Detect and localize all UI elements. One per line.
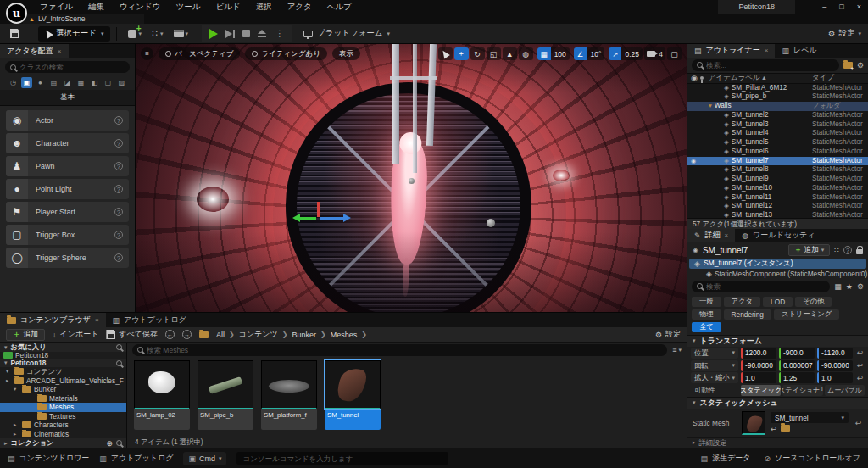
mobility-option[interactable]: ステイショナリ bbox=[782, 385, 822, 396]
rotation-y-field[interactable]: 0.000007 bbox=[779, 360, 815, 371]
location-z-field[interactable]: -1120.0 bbox=[817, 348, 853, 359]
folder-tree-item[interactable]: ▸ Cinematics bbox=[0, 430, 126, 439]
content-browser-settings[interactable]: ⚙ 設定 bbox=[655, 329, 681, 340]
menu-item[interactable]: アクタ bbox=[280, 0, 320, 14]
filter-chip[interactable]: LOD bbox=[763, 297, 793, 307]
filter-chip[interactable]: Rendering bbox=[724, 309, 771, 320]
component-child-row[interactable]: ◈ StaticMeshComponent (StaticMeshCompone… bbox=[687, 269, 868, 279]
breadcrumb-item[interactable]: All bbox=[216, 331, 225, 339]
world-local-toggle[interactable]: ◍ bbox=[519, 47, 533, 60]
category-icon[interactable]: ◷ bbox=[8, 77, 19, 88]
use-selected-asset-icon[interactable]: ↩ bbox=[771, 425, 776, 433]
add-asset-button[interactable]: ＋追加 bbox=[6, 329, 45, 341]
expand-icon[interactable]: ▸ bbox=[14, 421, 19, 428]
menu-item[interactable]: ヘルプ bbox=[320, 0, 359, 14]
mobility-option[interactable]: ムーバブル bbox=[825, 385, 865, 396]
asset-tile[interactable]: SM_lamp_02 bbox=[134, 360, 190, 430]
tab-details[interactable]: ✎ 詳細 × bbox=[687, 229, 735, 242]
rotate-tool-button[interactable]: ↻ bbox=[470, 47, 485, 60]
tab-output-log[interactable]: ▥ アウトプットログ bbox=[106, 313, 193, 327]
cmd-dropdown[interactable]: ▣ Cmd ▾ bbox=[183, 452, 226, 465]
asset-search-field[interactable] bbox=[132, 344, 667, 356]
outliner-settings-gear-icon[interactable]: ⚙ bbox=[857, 61, 864, 70]
scale-dropdown[interactable]: 拡大・縮小▾ bbox=[691, 372, 738, 383]
advanced-settings-expander[interactable]: ▸ 詳細設定 bbox=[687, 437, 868, 448]
expand-icon[interactable]: ▸ bbox=[14, 431, 19, 437]
grid-snap-icon[interactable]: ▦ bbox=[537, 47, 551, 60]
move-tool-button[interactable]: ＋ bbox=[454, 47, 469, 60]
expand-icon[interactable]: ▾ bbox=[14, 386, 19, 393]
asset-search-input[interactable] bbox=[147, 346, 662, 354]
help-icon[interactable]: ? bbox=[114, 185, 123, 193]
camera-speed-control[interactable]: 4 bbox=[644, 47, 665, 60]
tab-world-settings[interactable]: ◍ ワールドセッティ... bbox=[735, 229, 828, 242]
content-drawer-button[interactable]: ▤ コンテンツドロワー bbox=[8, 453, 89, 464]
pin-column-icon[interactable] bbox=[700, 76, 704, 80]
tab-place-actors[interactable]: アクタを配置 × bbox=[0, 44, 69, 58]
perspective-dropdown[interactable]: パースペクティブ bbox=[159, 47, 240, 60]
rotation-snap-icon[interactable]: ∠ bbox=[574, 47, 587, 60]
level-tab[interactable]: ▲ LV_IntroScene bbox=[23, 14, 144, 24]
asset-tile[interactable]: SM_pipe_b bbox=[198, 360, 253, 430]
outliner-row[interactable]: ◈ SM_tunnel6 StaticMeshActor bbox=[687, 148, 868, 157]
category-icon[interactable]: ▣ bbox=[21, 77, 32, 88]
folder-tree-item[interactable]: ▾ コンテンツ bbox=[0, 367, 126, 376]
close-button[interactable]: × bbox=[857, 3, 861, 11]
gizmo-y-axis[interactable] bbox=[296, 217, 316, 220]
folder-tree-item[interactable]: Materials bbox=[0, 394, 126, 404]
menu-item[interactable]: 編集 bbox=[81, 0, 112, 14]
class-search-field[interactable] bbox=[5, 61, 130, 73]
favorite-item[interactable]: Petitcon18 bbox=[0, 352, 126, 359]
help-icon[interactable]: ? bbox=[114, 208, 123, 216]
filter-icon[interactable]: ≡▾ bbox=[672, 346, 682, 354]
menu-item[interactable]: ビルド bbox=[208, 0, 248, 14]
favorites-header[interactable]: ▾ お気に入り bbox=[0, 343, 126, 352]
close-icon[interactable]: × bbox=[58, 47, 62, 55]
frame-skip-button[interactable] bbox=[225, 30, 235, 38]
help-icon[interactable]: ? bbox=[114, 254, 123, 262]
surface-snap-button[interactable]: ▲ bbox=[503, 47, 517, 60]
folder-tree-item[interactable]: ▾ Bunker bbox=[0, 385, 126, 394]
search-icon[interactable] bbox=[116, 344, 122, 350]
menu-item[interactable]: ウィンドウ bbox=[112, 0, 169, 14]
static-mesh-section-header[interactable]: ▾ スタティックメッシュ bbox=[687, 397, 868, 409]
tab-levels[interactable]: ▥ レベル bbox=[775, 44, 823, 58]
help-icon[interactable]: ? bbox=[114, 139, 123, 148]
scale-tool-button[interactable]: ◱ bbox=[487, 47, 501, 60]
output-log-button[interactable]: ▥ アウトプットログ bbox=[99, 453, 173, 464]
eye-icon[interactable]: ◉ bbox=[691, 158, 696, 164]
console-command-input[interactable] bbox=[242, 454, 442, 463]
details-search-input[interactable] bbox=[706, 282, 825, 291]
save-all-button[interactable]: すべて保存 bbox=[106, 329, 158, 340]
rotation-z-field[interactable]: -90.0000 bbox=[817, 360, 853, 371]
asset-tile[interactable]: SM_tunnel bbox=[325, 360, 381, 430]
help-icon[interactable]: ? bbox=[114, 116, 123, 125]
reset-location-icon[interactable]: ↩ bbox=[855, 348, 865, 357]
component-root-row[interactable]: ◈ SM_tunnel7 (インスタンス) bbox=[689, 259, 866, 269]
filter-chip[interactable]: 物理 bbox=[692, 309, 721, 320]
help-icon[interactable]: ? bbox=[114, 231, 123, 239]
scale-y-field[interactable]: 1.25 bbox=[779, 372, 815, 383]
category-icon[interactable]: ▢ bbox=[103, 77, 114, 88]
visibility-column-icon[interactable]: ◉ bbox=[691, 74, 698, 82]
gizmo-x-arrow[interactable] bbox=[343, 214, 355, 222]
outliner-search-input[interactable] bbox=[706, 61, 834, 70]
placeable-actor-item[interactable]: ▢ Trigger Box ? bbox=[6, 225, 129, 245]
outliner-row[interactable]: ◈ SM_tunnel11 StaticMeshActor bbox=[687, 193, 868, 203]
save-icon[interactable] bbox=[10, 29, 19, 38]
outliner-row[interactable]: ◈ SM_PillarA_6M12 StaticMeshActor bbox=[687, 84, 868, 93]
stop-button[interactable] bbox=[242, 30, 250, 37]
close-icon[interactable]: × bbox=[765, 47, 769, 54]
filter-chip[interactable]: 全て bbox=[692, 322, 721, 332]
gizmo-x-axis[interactable] bbox=[320, 217, 343, 220]
location-dropdown[interactable]: 位置▾ bbox=[691, 348, 738, 359]
viewport-menu-icon[interactable]: ≡ bbox=[141, 47, 153, 60]
tab-outliner[interactable]: ▤ アウトライナー × bbox=[687, 44, 775, 58]
gizmo-z-axis[interactable] bbox=[317, 202, 320, 217]
rotation-x-field[interactable]: -90.0000 bbox=[741, 360, 776, 371]
category-icon[interactable]: ▤ bbox=[48, 77, 59, 88]
filter-chip[interactable]: ストリーミング bbox=[774, 309, 839, 320]
expand-icon[interactable]: ▸ bbox=[6, 377, 12, 384]
scale-snap-value[interactable]: 0.25 bbox=[621, 47, 643, 60]
derived-data-button[interactable]: ▤ 派生データ bbox=[701, 453, 751, 464]
